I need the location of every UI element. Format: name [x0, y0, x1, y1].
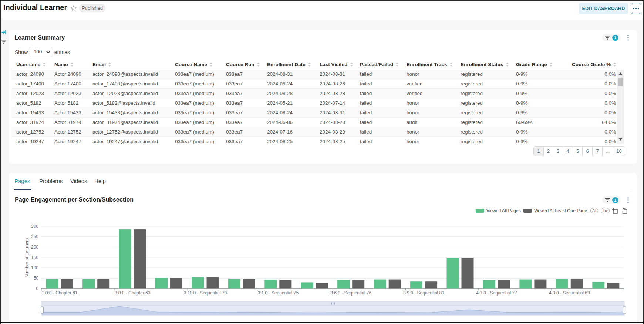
- svg-text:Number of Learners: Number of Learners: [24, 238, 30, 278]
- svg-text:3:0:0 - Chapter 63: 3:0:0 - Chapter 63: [115, 290, 151, 296]
- svg-text:4:3:0 - Sequential 69: 4:3:0 - Sequential 69: [549, 290, 590, 296]
- svg-text:250: 250: [31, 234, 38, 239]
- svg-text:4:1:0 - Sequential 77: 4:1:0 - Sequential 77: [476, 290, 517, 296]
- svg-text:200: 200: [31, 244, 38, 250]
- svg-text:3:1:0 - Sequential 75: 3:1:0 - Sequential 75: [257, 290, 299, 296]
- svg-text:0: 0: [36, 286, 38, 291]
- svg-text:1:0:0 - Chapter 61: 1:0:0 - Chapter 61: [42, 290, 78, 296]
- svg-text:150: 150: [31, 255, 38, 260]
- svg-text:3:6:0 - Sequential 76: 3:6:0 - Sequential 76: [330, 290, 371, 296]
- svg-text:300: 300: [31, 224, 38, 229]
- svg-text:100: 100: [31, 265, 38, 270]
- svg-text:50: 50: [34, 276, 39, 281]
- svg-text:3:11:0 - Sequential 70: 3:11:0 - Sequential 70: [184, 290, 227, 296]
- svg-text:3:9:0 - Sequential 81: 3:9:0 - Sequential 81: [403, 290, 444, 296]
